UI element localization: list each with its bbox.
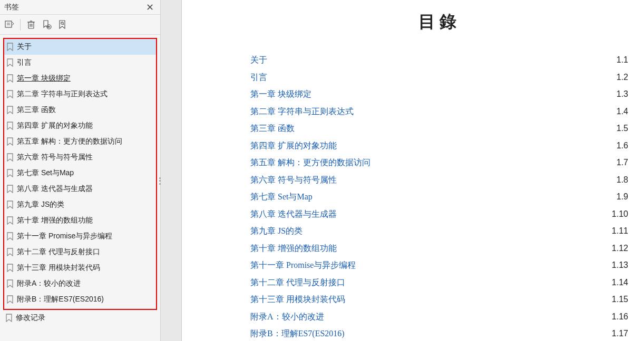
bookmark-item[interactable]: 第十章 增强的数组功能 [4, 213, 156, 228]
bookmark-search-icon[interactable] [57, 19, 68, 30]
bookmark-item[interactable]: 第一章 块级绑定 [4, 71, 156, 86]
toc-list: 关于1.1引言1.2第一章 块级绑定1.3第二章 字符串与正则表达式1.4第三章… [250, 55, 628, 341]
svg-rect-0 [5, 21, 12, 27]
toc-number: 1.4 [617, 107, 628, 116]
bookmark-icon [6, 74, 14, 83]
toc-number: 1.15 [612, 295, 628, 304]
sidebar-title: 书签 [4, 3, 19, 12]
toc-number: 1.7 [617, 158, 628, 167]
toc-link[interactable]: 第三章 函数 [250, 123, 295, 134]
bookmark-item[interactable]: 第十一章 Promise与异步编程 [4, 228, 156, 244]
bookmark-label: 修改记录 [16, 313, 45, 323]
bookmark-label: 附录B：理解ES7(ES2016) [17, 295, 104, 304]
bookmark-icon [6, 122, 14, 130]
bookmark-item[interactable]: 第二章 字符串与正则表达式 [4, 86, 156, 102]
bookmark-label: 第十二章 代理与反射接口 [17, 247, 100, 257]
bookmark-icon [6, 43, 14, 51]
bookmark-item[interactable]: 第五章 解构：更方便的数据访问 [4, 134, 156, 149]
toc-number: 1.6 [617, 141, 628, 151]
toc-row: 第十二章 代理与反射接口1.14 [250, 277, 628, 295]
bookmark-label: 第三章 函数 [17, 105, 56, 115]
toc-link[interactable]: 第八章 迭代器与生成器 [250, 209, 337, 220]
bookmark-label: 第十章 增强的数组功能 [17, 216, 93, 225]
toc-number: 1.10 [612, 209, 628, 219]
toc-row: 引言1.2 [250, 72, 628, 89]
bookmark-item[interactable]: 第十三章 用模块封装代码 [4, 260, 156, 276]
bookmark-label: 第十一章 Promise与异步编程 [17, 232, 112, 241]
toc-number: 1.13 [612, 260, 628, 270]
bookmark-item[interactable]: 第四章 扩展的对象功能 [4, 118, 156, 134]
toc-number: 1.8 [617, 175, 628, 185]
page-gutter [161, 0, 182, 341]
toc-link[interactable]: 第一章 块级绑定 [250, 89, 311, 100]
bookmark-icon [6, 200, 14, 209]
toc-number: 1.9 [617, 192, 628, 202]
toc-link[interactable]: 第四章 扩展的对象功能 [250, 141, 337, 152]
bookmark-icon [6, 106, 14, 114]
toc-row: 第九章 JS的类1.11 [250, 226, 628, 243]
bookmark-item[interactable]: 第三章 函数 [4, 102, 156, 118]
bookmark-icon [6, 232, 14, 240]
bookmark-icon [6, 264, 14, 272]
sidebar-resize-handle[interactable] [159, 170, 162, 192]
page-title: 目錄 [250, 11, 628, 34]
bookmark-item[interactable]: 第七章 Set与Map [4, 165, 156, 181]
bookmark-item[interactable]: 第六章 符号与符号属性 [4, 149, 156, 165]
toc-number: 1.16 [612, 312, 628, 322]
bookmark-list: 关于引言第一章 块级绑定第二章 字符串与正则表达式第三章 函数第四章 扩展的对象… [0, 35, 160, 341]
toc-link[interactable]: 引言 [250, 72, 267, 83]
toc-number: 1.11 [612, 226, 628, 236]
close-icon[interactable]: ✕ [144, 2, 156, 13]
sidebar-toolbar [0, 15, 160, 35]
bookmark-icon [6, 169, 14, 177]
toc-link[interactable]: 第二章 字符串与正则表达式 [250, 106, 354, 117]
toc-link[interactable]: 第九章 JS的类 [250, 226, 303, 237]
toc-row: 第十三章 用模块封装代码1.15 [250, 294, 628, 312]
toc-row: 第十章 增强的数组功能1.12 [250, 243, 628, 260]
toc-link[interactable]: 第十章 增强的数组功能 [250, 243, 337, 254]
toc-number: 1.1 [617, 55, 628, 65]
sidebar-header: 书签 ✕ [0, 0, 160, 15]
toc-number: 1.14 [612, 278, 628, 287]
toc-link[interactable]: 第十一章 Promise与异步编程 [250, 260, 356, 271]
bookmark-icon [6, 295, 14, 304]
bookmark-item[interactable]: 第八章 迭代器与生成器 [4, 181, 156, 197]
bookmark-icon [6, 90, 14, 98]
bookmark-item[interactable]: 修改记录 [3, 310, 157, 326]
bookmark-icon [5, 314, 13, 322]
bookmark-icon [6, 248, 14, 256]
toc-link[interactable]: 第五章 解构：更方便的数据访问 [250, 157, 370, 168]
delete-bookmark-icon[interactable] [26, 19, 36, 30]
toc-link[interactable]: 第十三章 用模块封装代码 [250, 294, 345, 305]
bookmark-label: 附录A：较小的改进 [17, 279, 81, 288]
outline-options-icon[interactable] [4, 19, 15, 30]
bookmark-item[interactable]: 关于 [4, 39, 156, 55]
add-bookmark-icon[interactable] [42, 19, 52, 30]
bookmark-item[interactable]: 第九章 JS的类 [4, 197, 156, 213]
bookmark-item[interactable]: 引言 [4, 55, 156, 71]
toc-link[interactable]: 第十二章 代理与反射接口 [250, 277, 345, 288]
toc-link[interactable]: 附录B：理解ES7(ES2016) [250, 328, 345, 339]
toc-row: 第七章 Set与Map1.9 [250, 192, 628, 209]
bookmark-icon [6, 185, 14, 193]
bookmark-label: 第八章 迭代器与生成器 [17, 184, 93, 194]
bookmark-item[interactable]: 第十二章 代理与反射接口 [4, 244, 156, 260]
toc-number: 1.17 [612, 329, 628, 338]
toc-number: 1.12 [612, 244, 628, 253]
toc-link[interactable]: 附录A：较小的改进 [250, 312, 324, 323]
toc-link[interactable]: 关于 [250, 55, 267, 66]
bookmark-label: 第七章 Set与Map [17, 168, 74, 178]
bookmark-icon [6, 279, 14, 288]
bookmark-label: 第一章 块级绑定 [17, 74, 71, 83]
bookmark-icon [6, 216, 14, 225]
toc-link[interactable]: 第七章 Set与Map [250, 192, 313, 203]
bookmark-item[interactable]: 附录A：较小的改进 [4, 276, 156, 292]
toc-row: 第二章 字符串与正则表达式1.4 [250, 106, 628, 124]
toc-row: 附录B：理解ES7(ES2016)1.17 [250, 328, 628, 341]
toc-number: 1.5 [617, 124, 628, 133]
bookmark-label: 第九章 JS的类 [17, 200, 64, 209]
toc-row: 第一章 块级绑定1.3 [250, 89, 628, 106]
toc-link[interactable]: 第六章 符号与符号属性 [250, 175, 337, 186]
bookmark-item[interactable]: 附录B：理解ES7(ES2016) [4, 292, 156, 307]
toc-row: 第四章 扩展的对象功能1.6 [250, 141, 628, 158]
